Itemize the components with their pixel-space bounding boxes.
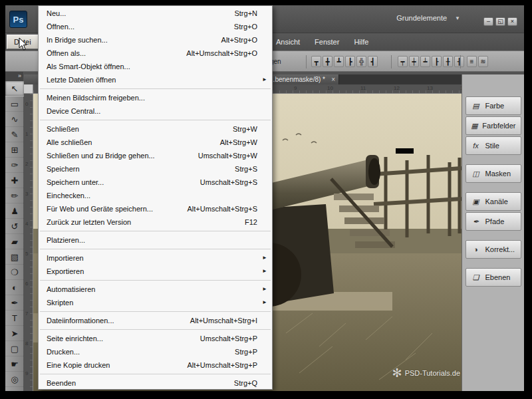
menu-item[interactable]: Zurück zur letzten Version F12 (39, 215, 272, 229)
menu-item[interactable]: Eine Kopie drucken Alt+Umschalt+Strg+P (39, 358, 272, 372)
align-left-edges-icon[interactable]: ┣ (345, 56, 355, 67)
menu-item[interactable]: Dateiinformationen... Alt+Umschalt+Strg+… (39, 314, 272, 327)
menu-item[interactable]: Als Smart-Objekt öffnen... (39, 60, 272, 73)
menu-item[interactable]: Seite einrichten... Umschalt+Strg+P (39, 332, 272, 345)
distribute-vertical-centers-icon[interactable]: ┿ (409, 56, 419, 67)
auto-blend-layers-icon[interactable]: ≋ (478, 56, 488, 67)
align-right-edges-icon[interactable]: ┫ (368, 56, 378, 67)
masks-panel-icon: ◫ (471, 170, 481, 178)
menu-item[interactable]: Speichern unter... Umschalt+Strg+S (39, 176, 272, 189)
auto-align-buttons-group: ≡ ≋ (467, 56, 488, 67)
panel-button-farbfelder[interactable]: ▦ Farbfelder (466, 116, 521, 135)
hand-tool[interactable]: ☛ (5, 356, 24, 372)
photo-annotation-dash (396, 148, 414, 154)
chevron-down-icon: ▼ (455, 15, 460, 21)
menu-item[interactable]: Beenden Strg+Q (39, 376, 272, 390)
menu-item[interactable]: Öffnen... Strg+O (39, 20, 272, 33)
menu-item[interactable]: Meinen Bildschirm freigeben... (39, 91, 272, 104)
distribute-buttons-group: ┯ ┿ ┷ ┠ ╂ (398, 56, 464, 67)
menu-item[interactable]: Neu... Strg+N (39, 7, 272, 20)
photoshop-logo-icon: Ps (9, 11, 27, 28)
watermark: ✻ PSD-Tutorials.de (392, 366, 460, 380)
auto-align-layers-icon[interactable]: ≡ (467, 56, 477, 67)
panel-button-farbe[interactable]: ▤ Farbe (466, 96, 521, 115)
pen-tool[interactable]: ✒ (5, 295, 24, 311)
align-bottom-edges-icon[interactable]: ┻ (334, 56, 344, 67)
panel-button-kanaele[interactable]: ▣ Kanäle (466, 192, 521, 211)
menu-separator (40, 311, 271, 312)
menu-item[interactable]: Schließen und zu Bridge gehen... Umschal… (39, 149, 272, 162)
history-brush-tool[interactable]: ↺ (5, 219, 24, 234)
blur-tool[interactable]: ❍ (5, 265, 24, 280)
eraser-tool[interactable]: ▰ (5, 234, 24, 249)
collapse-chevron-icon[interactable]: » (5, 72, 23, 81)
crop-tool[interactable]: ⊞ (5, 142, 24, 158)
gradient-tool[interactable]: ▧ (5, 249, 24, 265)
restore-button[interactable]: ◱ (495, 17, 505, 26)
align-vertical-centers-icon[interactable]: ╋ (323, 56, 332, 67)
eyedropper-tool[interactable]: ✑ (5, 158, 24, 173)
menu-item[interactable]: Öffnen als... Alt+Umschalt+Strg+O (39, 47, 272, 60)
watermark-text: PSD-Tutorials.de (405, 369, 460, 377)
panel-button-ebenen[interactable]: ❏ Ebenen (466, 268, 521, 287)
screen: Ps Grundelemente ▼ – ◱ × (0, 0, 532, 399)
distribute-top-edges-icon[interactable]: ┯ (398, 56, 408, 67)
type-tool[interactable]: T (5, 311, 24, 326)
distribute-right-edges-icon[interactable]: ┨ (454, 56, 464, 67)
menu-item[interactable]: Schließen Strg+W (39, 122, 272, 136)
mouse-cursor-icon (19, 37, 28, 51)
file-menu: Neu... Strg+N Öffnen... Strg+O In Bridge… (38, 5, 273, 390)
menu-item[interactable]: Device Central... (39, 104, 272, 118)
menu-item[interactable]: Platzieren... (39, 233, 272, 247)
menu-item[interactable]: Drucken... Strg+P (39, 345, 272, 358)
menu-separator (40, 374, 271, 374)
panel-button-pfade[interactable]: ✒ Pfade (466, 212, 521, 231)
document-tab-title: ...benenmaske/8) * (269, 76, 325, 83)
options-separator (306, 55, 307, 68)
menu-separator (40, 329, 271, 330)
rectangular-marquee-tool[interactable]: ▭ (5, 96, 24, 112)
distribute-left-edges-icon[interactable]: ┠ (432, 56, 442, 67)
menu-item[interactable]: Alle schließen Alt+Strg+W (39, 136, 272, 149)
lasso-tool[interactable]: ∿ (5, 112, 24, 127)
close-button[interactable]: × (507, 17, 517, 26)
watermark-logo-icon: ✻ (392, 366, 402, 380)
menu-bar-item[interactable]: Fenster (307, 33, 346, 51)
zoom-tool[interactable]: ◎ (5, 372, 24, 387)
align-top-edges-icon[interactable]: ┳ (311, 56, 321, 67)
vertical-ruler: 0123456789 (24, 94, 33, 391)
menu-item[interactable]: Für Web und Geräte speichern... Alt+Umsc… (39, 202, 272, 215)
dodge-tool[interactable]: ◐ (5, 280, 24, 295)
clone-stamp-tool[interactable]: ♟ (5, 203, 24, 219)
path-selection-tool[interactable]: ➤ (5, 326, 24, 341)
menu-bar-item[interactable]: Hilfe (346, 33, 376, 51)
menu-item[interactable]: Einchecken... (39, 189, 272, 202)
panel-button-masken[interactable]: ◫ Masken (466, 164, 521, 183)
shape-tool[interactable]: ▢ (5, 341, 24, 356)
menu-item[interactable]: Exportieren (39, 265, 272, 278)
menu-item[interactable]: Speichern Strg+S (39, 162, 272, 176)
close-tab-icon[interactable]: × (331, 74, 335, 84)
spot-healing-brush-tool[interactable]: ✚ (5, 173, 24, 188)
move-tool[interactable]: ↖ (5, 81, 24, 96)
menu-item[interactable]: Skripten (39, 296, 272, 309)
menu-bar-item[interactable]: Ansicht (269, 33, 307, 51)
menu-separator (40, 120, 271, 120)
menu-separator (40, 249, 271, 249)
minimize-button[interactable]: – (483, 17, 493, 26)
panel-button-stile[interactable]: fx Stile (466, 136, 521, 155)
quick-selection-tool[interactable]: ✎ (5, 127, 24, 142)
menu-item[interactable]: Importieren (39, 251, 272, 265)
panel-button-korrekturen[interactable]: ◑ Korrekt... (466, 240, 521, 259)
adjustments-panel-icon: ◑ (471, 245, 481, 253)
align-horizontal-centers-icon[interactable]: ╬ (356, 56, 366, 67)
channels-panel-icon: ▣ (471, 198, 481, 206)
menu-item[interactable]: Letzte Dateien öffnen (39, 73, 272, 86)
distribute-bottom-edges-icon[interactable]: ┷ (420, 56, 430, 67)
workspace-switcher[interactable]: Grundelemente ▼ (396, 14, 460, 22)
menu-item[interactable]: In Bridge suchen... Alt+Strg+O (39, 33, 272, 47)
menu-separator (40, 88, 271, 89)
menu-item[interactable]: Automatisieren (39, 283, 272, 296)
brush-tool[interactable]: ✏ (5, 188, 24, 203)
distribute-horizontal-centers-icon[interactable]: ╂ (443, 56, 453, 67)
